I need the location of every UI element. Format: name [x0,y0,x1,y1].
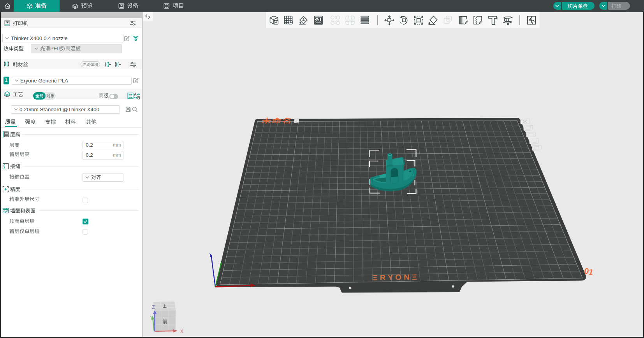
svg-text:X: X [180,329,183,334]
svg-text:Z: Z [152,305,155,310]
svg-text:Y: Y [150,315,153,320]
svg-text:ΞRYONΞ: ΞRYONΞ [372,273,419,282]
